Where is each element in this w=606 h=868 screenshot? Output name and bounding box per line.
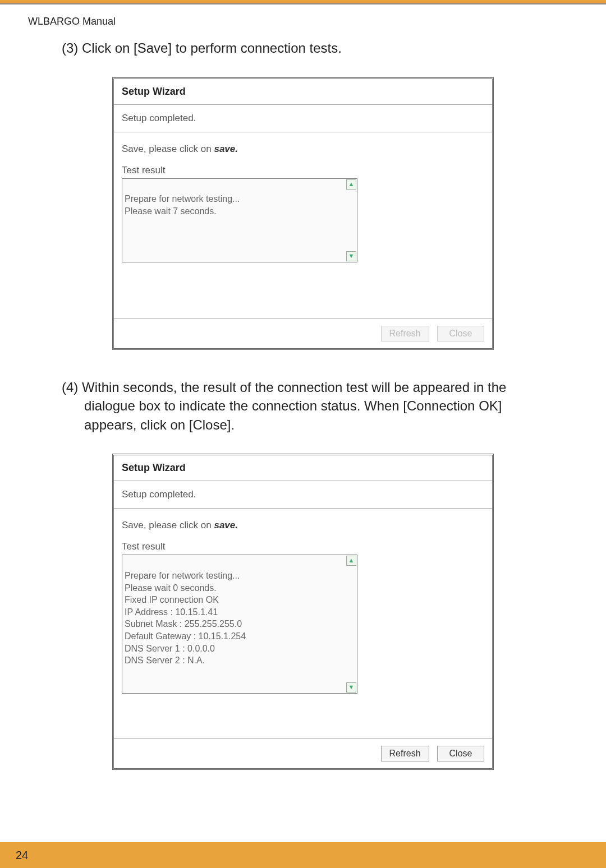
wizard2-result-box: Prepare for network testing... Please wa… [122,555,357,694]
wizard1-status: Setup completed. [114,105,492,132]
wizard2-result-text: Prepare for network testing... Please wa… [125,571,246,665]
scroll-down-icon[interactable]: ▼ [346,682,356,692]
step-4-text: (4) Within seconds, the result of the co… [0,372,606,446]
refresh-button[interactable]: Refresh [381,326,429,341]
wizard1-result-box: Prepare for network testing... Please wa… [122,178,357,262]
wizard2-status: Setup completed. [114,481,492,509]
page-number: 24 [16,849,28,862]
wizard1-test-label: Test result [122,165,484,176]
spacer [122,262,484,313]
wizard1-save-bold: save. [214,144,238,154]
wizard2-test-label: Test result [122,541,484,552]
close-button[interactable]: Close [437,326,484,341]
wizard2-save-bold: save. [214,520,238,530]
wizard1-result-text: Prepare for network testing... Please wa… [125,194,240,216]
scroll-down-icon[interactable]: ▼ [346,251,356,261]
step-3-text: (3) Click on [Save] to perform connectio… [0,33,606,69]
setup-wizard-dialog-1: Setup Wizard Setup completed. Save, plea… [112,77,494,350]
scroll-up-icon[interactable]: ▲ [346,556,356,566]
close-button[interactable]: Close [437,746,484,761]
wizard2-body: Save, please click on save. Test result … [114,509,492,738]
wizard1-save-prefix: Save, please click on [122,144,214,154]
wizard1-body: Save, please click on save. Test result … [114,132,492,318]
wizard2-save-prefix: Save, please click on [122,520,214,530]
wizard2-footer: Refresh Close [114,738,492,768]
top-accent-bar [0,0,606,4]
refresh-button[interactable]: Refresh [381,746,429,761]
scroll-up-icon[interactable]: ▲ [346,179,356,190]
spacer [122,694,484,733]
wizard2-save-line: Save, please click on save. [122,520,484,531]
wizard1-footer: Refresh Close [114,318,492,348]
wizard2-title: Setup Wizard [114,455,492,481]
manual-title: WLBARGO Manual [0,4,606,33]
wizard1-save-line: Save, please click on save. [122,144,484,155]
wizard1-title: Setup Wizard [114,79,492,105]
setup-wizard-dialog-2: Setup Wizard Setup completed. Save, plea… [112,454,494,770]
page-footer-bar: 24 [0,842,606,868]
